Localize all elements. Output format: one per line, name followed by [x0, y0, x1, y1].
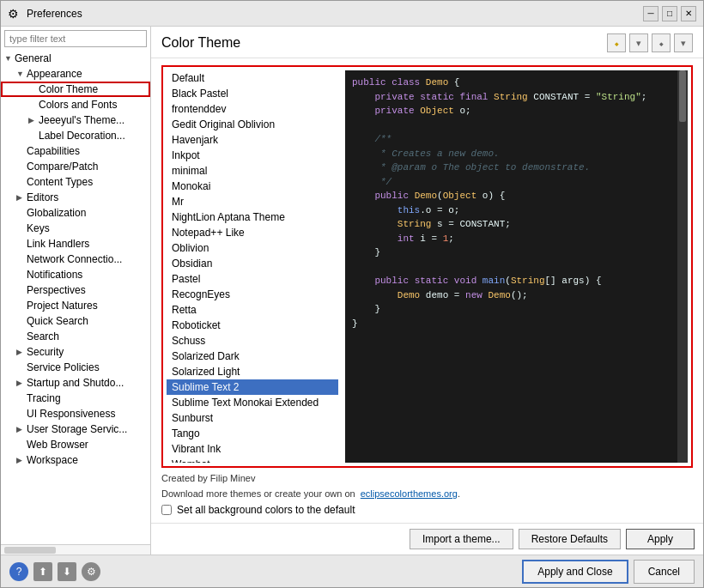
close-button[interactable]: ✕ — [681, 6, 696, 21]
theme-item-minimal[interactable]: minimal — [167, 163, 338, 179]
download-text: Download more themes or create your own … — [161, 488, 693, 499]
sidebar-item-network-connection[interactable]: Network Connectio... — [1, 252, 150, 267]
code-scrollbar[interactable] — [677, 70, 688, 463]
sidebar-item-label-decorations[interactable]: Label Decoration... — [1, 128, 150, 143]
theme-item-default[interactable]: Default — [167, 70, 338, 86]
panel-title: Color Theme — [161, 35, 240, 51]
cancel-button[interactable]: Cancel — [634, 560, 695, 584]
sidebar-item-appearance[interactable]: ▼Appearance — [1, 66, 150, 82]
sidebar-item-service-policies[interactable]: Service Policies — [1, 360, 150, 375]
code-scrollbar-thumb[interactable] — [679, 70, 686, 122]
theme-item-vibrant-ink[interactable]: Vibrant Ink — [167, 441, 338, 457]
nav-menu-button[interactable]: ▾ — [674, 33, 693, 52]
sidebar-item-security[interactable]: ▶Security — [1, 344, 150, 360]
theme-item-tango[interactable]: Tango — [167, 426, 338, 441]
eclipse-color-themes-link[interactable]: eclipsecolorthemes.org — [361, 488, 458, 499]
sidebar-item-label-startup-and-shutdown: Startup and Shutdo... — [27, 377, 124, 389]
sidebar-item-notifications[interactable]: Notifications — [1, 267, 150, 282]
checkbox-row: Set all background colors to the default — [161, 504, 693, 516]
theme-item-gedit-original-oblivion[interactable]: Gedit Original Oblivion — [167, 117, 338, 132]
theme-item-notepad-plus-plus-like[interactable]: Notepad++ Like — [167, 225, 338, 240]
theme-item-schuss[interactable]: Schuss — [167, 333, 338, 349]
import-theme-button[interactable]: Import a theme... — [410, 529, 513, 549]
tree-arrow-editors: ▶ — [16, 193, 25, 202]
sidebar-item-label-keys: Keys — [27, 222, 50, 234]
sidebar-item-web-browser[interactable]: Web Browser — [1, 437, 150, 452]
sidebar-item-startup-and-shutdown[interactable]: ▶Startup and Shutdo... — [1, 375, 150, 391]
window-controls: ─ □ ✕ — [643, 6, 696, 21]
sidebar-item-search[interactable]: Search — [1, 329, 150, 344]
sidebar-item-capabilities[interactable]: Capabilities — [1, 143, 150, 159]
minimize-button[interactable]: ─ — [643, 6, 658, 21]
theme-item-obsidian[interactable]: Obsidian — [167, 256, 338, 271]
apply-and-close-button[interactable]: Apply and Close — [522, 560, 628, 584]
sidebar-item-jeeeyuls-themes[interactable]: ▶Jeeeyul's Theme... — [1, 112, 150, 128]
theme-item-frontenddev[interactable]: frontenddev — [167, 101, 338, 117]
footer-icons: ? ⬆ ⬇ ⚙ — [9, 562, 100, 581]
sidebar-item-tracing[interactable]: Tracing — [1, 391, 150, 406]
theme-item-nightlion-aptana-theme[interactable]: NightLion Aptana Theme — [167, 209, 338, 225]
sidebar-item-label-appearance: Appearance — [27, 68, 82, 80]
sidebar-scrollbar[interactable] — [1, 544, 150, 555]
settings-icon[interactable]: ⚙ — [82, 562, 100, 581]
background-colors-checkbox[interactable] — [161, 505, 172, 515]
sidebar-item-perspectives[interactable]: Perspectives — [1, 282, 150, 298]
help-icon[interactable]: ? — [9, 562, 28, 581]
theme-item-roboticket[interactable]: Roboticket — [167, 318, 338, 333]
export-icon[interactable]: ⬆ — [33, 562, 52, 581]
filter-input[interactable] — [4, 30, 147, 47]
sidebar-item-color-theme[interactable]: Color Theme — [1, 82, 150, 97]
sidebar-item-label-perspectives: Perspectives — [27, 284, 86, 296]
theme-item-inkpot[interactable]: Inkpot — [167, 148, 338, 163]
tree-arrow-security: ▶ — [16, 348, 25, 356]
nav-back-button[interactable]: ⬥ — [607, 33, 626, 52]
theme-item-monokai[interactable]: Monokai — [167, 179, 338, 194]
sidebar-item-workspace[interactable]: ▶Workspace — [1, 452, 150, 468]
theme-item-pastel[interactable]: Pastel — [167, 271, 338, 287]
sidebar-item-colors-and-fonts[interactable]: Colors and Fonts — [1, 97, 150, 112]
sidebar-item-label-color-theme: Color Theme — [39, 83, 98, 95]
theme-item-recogneyes[interactable]: RecognEyes — [167, 287, 338, 302]
footer-right: Apply and Close Cancel — [522, 560, 695, 584]
sidebar-item-quick-search[interactable]: Quick Search — [1, 313, 150, 329]
theme-item-retta[interactable]: Retta — [167, 302, 338, 318]
theme-item-wombat[interactable]: Wombat — [167, 457, 338, 463]
sidebar-item-label-search: Search — [27, 330, 59, 342]
sidebar-item-link-handlers[interactable]: Link Handlers — [1, 236, 150, 252]
sidebar-item-ui-responsiveness[interactable]: UI Responsiveness — [1, 406, 150, 421]
sidebar-item-label-tracing: Tracing — [27, 392, 61, 404]
sidebar-item-editors[interactable]: ▶Editors — [1, 190, 150, 205]
theme-item-solarized-light[interactable]: Solarized Light — [167, 364, 338, 379]
theme-item-solarized-dark[interactable]: Solarized Dark — [167, 349, 338, 364]
nav-forward-button[interactable]: ⬥ — [652, 33, 671, 52]
horizontal-scrollbar-thumb[interactable] — [4, 547, 56, 554]
nav-dropdown-button[interactable]: ▾ — [629, 33, 648, 52]
theme-item-sunburst[interactable]: Sunburst — [167, 410, 338, 426]
sidebar-item-project-natures[interactable]: Project Natures — [1, 298, 150, 313]
theme-item-black-pastel[interactable]: Black Pastel — [167, 86, 338, 101]
sidebar-item-content-types[interactable]: Content Types — [1, 174, 150, 190]
sidebar-item-keys[interactable]: Keys — [1, 221, 150, 236]
sidebar-item-general[interactable]: ▼General — [1, 51, 150, 66]
theme-item-havenjark[interactable]: Havenjark — [167, 132, 338, 148]
theme-list[interactable]: DefaultBlack PastelfrontenddevGedit Orig… — [167, 70, 338, 463]
sidebar-item-user-storage-service[interactable]: ▶User Storage Servic... — [1, 421, 150, 437]
sidebar-item-label-globalization: Globalization — [27, 207, 86, 219]
sidebar-item-globalization[interactable]: Globalization — [1, 205, 150, 221]
restore-defaults-button[interactable]: Restore Defaults — [519, 529, 621, 549]
sidebar-item-label-editors: Editors — [27, 191, 58, 203]
window-title: Preferences — [27, 8, 643, 20]
theme-item-mr[interactable]: Mr — [167, 194, 338, 209]
theme-item-sublime-text-2[interactable]: Sublime Text 2 — [167, 379, 338, 395]
import-icon[interactable]: ⬇ — [58, 562, 76, 581]
theme-item-sublime-text-monokai-extended[interactable]: Sublime Text Monokai Extended — [167, 395, 338, 410]
sidebar-item-label-workspace: Workspace — [27, 454, 78, 466]
apply-button[interactable]: Apply — [626, 529, 695, 549]
panel-nav: ⬥ ▾ ⬥ ▾ — [607, 33, 693, 52]
sidebar-item-label-user-storage-service: User Storage Servic... — [27, 423, 127, 435]
maximize-button[interactable]: □ — [662, 6, 677, 21]
sidebar-item-compare-patch[interactable]: Compare/Patch — [1, 159, 150, 174]
panel-body: DefaultBlack PastelfrontenddevGedit Orig… — [151, 58, 703, 523]
sidebar-item-label-compare-patch: Compare/Patch — [27, 161, 98, 173]
theme-item-oblivion[interactable]: Oblivion — [167, 240, 338, 256]
